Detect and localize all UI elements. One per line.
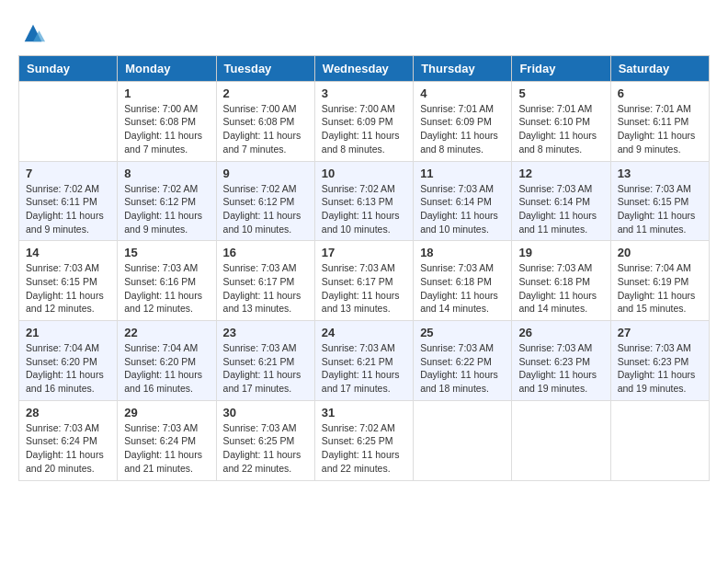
day-number: 3 bbox=[322, 86, 406, 100]
day-number: 7 bbox=[26, 167, 110, 180]
day-number: 8 bbox=[124, 167, 209, 180]
calendar-cell: 13Sunrise: 7:03 AMSunset: 6:15 PMDayligh… bbox=[610, 161, 709, 241]
day-number: 1 bbox=[124, 86, 209, 100]
day-info: Sunrise: 7:03 AMSunset: 6:24 PMDaylight:… bbox=[124, 421, 209, 476]
calendar-week-3: 14Sunrise: 7:03 AMSunset: 6:15 PMDayligh… bbox=[19, 241, 710, 321]
day-number: 17 bbox=[322, 246, 406, 259]
calendar-cell: 5Sunrise: 7:01 AMSunset: 6:10 PMDaylight… bbox=[512, 81, 610, 161]
calendar-cell: 7Sunrise: 7:02 AMSunset: 6:11 PMDaylight… bbox=[19, 161, 118, 241]
day-number: 20 bbox=[618, 246, 702, 259]
calendar-cell: 30Sunrise: 7:03 AMSunset: 6:25 PMDayligh… bbox=[216, 400, 314, 480]
header-thursday: Thursday bbox=[414, 55, 512, 81]
day-info: Sunrise: 7:03 AMSunset: 6:21 PMDaylight:… bbox=[223, 341, 308, 396]
day-number: 21 bbox=[26, 326, 110, 339]
day-info: Sunrise: 7:03 AMSunset: 6:22 PMDaylight:… bbox=[420, 341, 505, 396]
day-info: Sunrise: 7:03 AMSunset: 6:15 PMDaylight:… bbox=[26, 261, 110, 316]
day-info: Sunrise: 7:03 AMSunset: 6:14 PMDaylight:… bbox=[420, 182, 505, 236]
day-number: 31 bbox=[322, 406, 406, 419]
day-info: Sunrise: 7:02 AMSunset: 6:12 PMDaylight:… bbox=[223, 182, 308, 236]
calendar-cell: 31Sunrise: 7:02 AMSunset: 6:25 PMDayligh… bbox=[314, 400, 413, 480]
day-info: Sunrise: 7:03 AMSunset: 6:23 PMDaylight:… bbox=[518, 341, 603, 396]
logo-text bbox=[18, 18, 46, 46]
day-number: 9 bbox=[223, 167, 308, 180]
day-info: Sunrise: 7:02 AMSunset: 6:13 PMDaylight:… bbox=[322, 182, 406, 236]
day-info: Sunrise: 7:01 AMSunset: 6:10 PMDaylight:… bbox=[518, 102, 603, 156]
day-info: Sunrise: 7:03 AMSunset: 6:17 PMDaylight:… bbox=[322, 261, 406, 316]
day-number: 26 bbox=[518, 326, 603, 339]
day-number: 13 bbox=[618, 167, 702, 180]
day-info: Sunrise: 7:03 AMSunset: 6:15 PMDaylight:… bbox=[618, 182, 702, 236]
logo bbox=[18, 18, 46, 46]
day-info: Sunrise: 7:01 AMSunset: 6:09 PMDaylight:… bbox=[420, 102, 505, 156]
calendar-week-1: 1Sunrise: 7:00 AMSunset: 6:08 PMDaylight… bbox=[19, 81, 710, 161]
day-number: 10 bbox=[322, 167, 406, 180]
calendar-cell bbox=[610, 400, 709, 480]
calendar-cell: 10Sunrise: 7:02 AMSunset: 6:13 PMDayligh… bbox=[314, 161, 413, 241]
calendar-cell: 9Sunrise: 7:02 AMSunset: 6:12 PMDaylight… bbox=[216, 161, 314, 241]
day-number: 25 bbox=[420, 326, 505, 339]
day-info: Sunrise: 7:04 AMSunset: 6:20 PMDaylight:… bbox=[26, 341, 110, 396]
day-info: Sunrise: 7:04 AMSunset: 6:19 PMDaylight:… bbox=[618, 261, 702, 316]
calendar-cell bbox=[19, 81, 118, 161]
day-number: 22 bbox=[124, 326, 209, 339]
day-info: Sunrise: 7:01 AMSunset: 6:11 PMDaylight:… bbox=[618, 102, 702, 156]
day-number: 12 bbox=[518, 167, 603, 180]
day-number: 5 bbox=[518, 86, 603, 100]
day-number: 4 bbox=[420, 86, 505, 100]
day-number: 2 bbox=[223, 86, 308, 100]
day-number: 23 bbox=[223, 326, 308, 339]
header-sunday: Sunday bbox=[19, 55, 118, 81]
day-info: Sunrise: 7:03 AMSunset: 6:25 PMDaylight:… bbox=[223, 421, 308, 476]
day-number: 30 bbox=[223, 406, 308, 419]
calendar-cell: 21Sunrise: 7:04 AMSunset: 6:20 PMDayligh… bbox=[19, 321, 118, 401]
calendar-cell: 24Sunrise: 7:03 AMSunset: 6:21 PMDayligh… bbox=[314, 321, 413, 401]
calendar-cell: 17Sunrise: 7:03 AMSunset: 6:17 PMDayligh… bbox=[314, 241, 413, 321]
day-info: Sunrise: 7:04 AMSunset: 6:20 PMDaylight:… bbox=[124, 341, 209, 396]
calendar-cell: 18Sunrise: 7:03 AMSunset: 6:18 PMDayligh… bbox=[414, 241, 512, 321]
calendar-cell: 22Sunrise: 7:04 AMSunset: 6:20 PMDayligh… bbox=[118, 321, 216, 401]
calendar-cell: 20Sunrise: 7:04 AMSunset: 6:19 PMDayligh… bbox=[610, 241, 709, 321]
day-info: Sunrise: 7:03 AMSunset: 6:24 PMDaylight:… bbox=[26, 421, 110, 476]
calendar-cell: 11Sunrise: 7:03 AMSunset: 6:14 PMDayligh… bbox=[414, 161, 512, 241]
calendar-cell: 15Sunrise: 7:03 AMSunset: 6:16 PMDayligh… bbox=[118, 241, 216, 321]
header-friday: Friday bbox=[512, 55, 610, 81]
day-number: 11 bbox=[420, 167, 505, 180]
calendar-table: SundayMondayTuesdayWednesdayThursdayFrid… bbox=[18, 55, 710, 481]
calendar-cell: 14Sunrise: 7:03 AMSunset: 6:15 PMDayligh… bbox=[19, 241, 118, 321]
day-info: Sunrise: 7:03 AMSunset: 6:18 PMDaylight:… bbox=[518, 261, 603, 316]
calendar-cell bbox=[512, 400, 610, 480]
header-monday: Monday bbox=[118, 55, 216, 81]
day-info: Sunrise: 7:03 AMSunset: 6:17 PMDaylight:… bbox=[223, 261, 308, 316]
calendar-cell: 3Sunrise: 7:00 AMSunset: 6:09 PMDaylight… bbox=[314, 81, 413, 161]
day-info: Sunrise: 7:02 AMSunset: 6:11 PMDaylight:… bbox=[26, 182, 110, 236]
day-info: Sunrise: 7:03 AMSunset: 6:14 PMDaylight:… bbox=[518, 182, 603, 236]
day-number: 29 bbox=[124, 406, 209, 419]
calendar-cell: 2Sunrise: 7:00 AMSunset: 6:08 PMDaylight… bbox=[216, 81, 314, 161]
day-info: Sunrise: 7:03 AMSunset: 6:16 PMDaylight:… bbox=[124, 261, 209, 316]
calendar-week-2: 7Sunrise: 7:02 AMSunset: 6:11 PMDaylight… bbox=[19, 161, 710, 241]
header-saturday: Saturday bbox=[610, 55, 709, 81]
calendar-cell: 23Sunrise: 7:03 AMSunset: 6:21 PMDayligh… bbox=[216, 321, 314, 401]
day-number: 6 bbox=[618, 86, 702, 100]
day-number: 27 bbox=[618, 326, 702, 339]
day-info: Sunrise: 7:00 AMSunset: 6:09 PMDaylight:… bbox=[322, 102, 406, 156]
calendar-cell: 4Sunrise: 7:01 AMSunset: 6:09 PMDaylight… bbox=[414, 81, 512, 161]
calendar-cell: 28Sunrise: 7:03 AMSunset: 6:24 PMDayligh… bbox=[19, 400, 118, 480]
day-number: 28 bbox=[26, 406, 110, 419]
calendar-cell: 29Sunrise: 7:03 AMSunset: 6:24 PMDayligh… bbox=[118, 400, 216, 480]
logo-icon bbox=[20, 20, 46, 46]
header-wednesday: Wednesday bbox=[314, 55, 413, 81]
calendar-cell: 6Sunrise: 7:01 AMSunset: 6:11 PMDaylight… bbox=[610, 81, 709, 161]
calendar-cell bbox=[414, 400, 512, 480]
day-number: 15 bbox=[124, 246, 209, 259]
day-info: Sunrise: 7:03 AMSunset: 6:23 PMDaylight:… bbox=[618, 341, 702, 396]
calendar-cell: 25Sunrise: 7:03 AMSunset: 6:22 PMDayligh… bbox=[414, 321, 512, 401]
day-info: Sunrise: 7:03 AMSunset: 6:21 PMDaylight:… bbox=[322, 341, 406, 396]
day-info: Sunrise: 7:02 AMSunset: 6:25 PMDaylight:… bbox=[322, 421, 406, 476]
calendar-week-5: 28Sunrise: 7:03 AMSunset: 6:24 PMDayligh… bbox=[19, 400, 710, 480]
calendar-cell: 27Sunrise: 7:03 AMSunset: 6:23 PMDayligh… bbox=[610, 321, 709, 401]
day-number: 14 bbox=[26, 246, 110, 259]
calendar-cell: 19Sunrise: 7:03 AMSunset: 6:18 PMDayligh… bbox=[512, 241, 610, 321]
header-tuesday: Tuesday bbox=[216, 55, 314, 81]
day-info: Sunrise: 7:03 AMSunset: 6:18 PMDaylight:… bbox=[420, 261, 505, 316]
